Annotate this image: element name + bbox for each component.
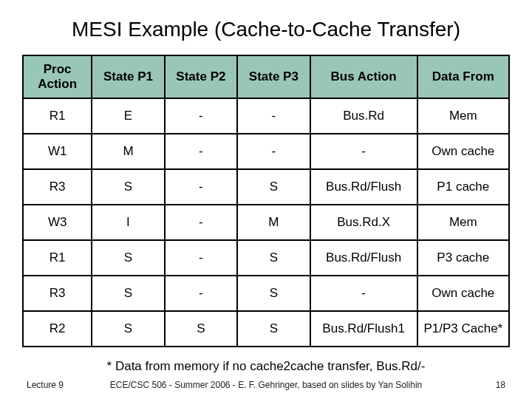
credit-line: ECE/CSC 506 - Summer 2006 - E. F. Gehrin…: [0, 380, 532, 390]
col-state-p2: State P2: [165, 55, 237, 98]
cell-p1: S: [92, 311, 164, 347]
cell-p2: -: [165, 169, 237, 205]
table-row: R1 E - - Bus.Rd Mem: [23, 98, 509, 134]
cell-p2: S: [165, 311, 237, 347]
page-number: 18: [496, 380, 505, 390]
table-row: W1 M - - - Own cache: [23, 134, 509, 169]
cell-bus: -: [310, 276, 417, 311]
cell-from: P1 cache: [417, 169, 509, 205]
cell-from: Mem: [417, 205, 509, 240]
cell-from: Own cache: [417, 134, 509, 169]
cell-p1: M: [92, 134, 164, 169]
cell-proc: R3: [23, 169, 92, 205]
mesi-table: Proc Action State P1 State P2 State P3 B…: [22, 55, 510, 347]
cell-proc: W3: [23, 205, 92, 240]
cell-p3: M: [237, 205, 310, 240]
cell-bus: -: [310, 134, 417, 169]
cell-p2: -: [165, 98, 237, 134]
cell-bus: Bus.Rd/Flush: [310, 169, 417, 205]
cell-from: Own cache: [417, 276, 509, 311]
cell-p3: S: [237, 311, 310, 347]
cell-proc: R2: [23, 311, 92, 347]
cell-p2: -: [165, 134, 237, 169]
table-row: R1 S - S Bus.Rd/Flush P3 cache: [23, 240, 509, 276]
cell-bus: Bus.Rd/Flush: [310, 240, 417, 276]
cell-proc: W1: [23, 134, 92, 169]
cell-p1: S: [92, 276, 164, 311]
col-state-p3: State P3: [237, 55, 310, 98]
cell-proc: R3: [23, 276, 92, 311]
cell-from: Mem: [417, 98, 509, 134]
footnote: * Data from memory if no cache2cache tra…: [21, 359, 511, 374]
table-header-row: Proc Action State P1 State P2 State P3 B…: [23, 55, 509, 98]
col-data-from: Data From: [417, 55, 509, 98]
cell-p1: S: [92, 169, 164, 205]
cell-p3: S: [237, 169, 310, 205]
col-state-p1: State P1: [92, 55, 164, 98]
table-row: W3 I - M Bus.Rd.X Mem: [23, 205, 509, 240]
cell-p2: -: [165, 276, 237, 311]
cell-p3: -: [237, 98, 310, 134]
cell-bus: Bus.Rd/Flush1: [310, 311, 417, 347]
cell-from: P3 cache: [417, 240, 509, 276]
slide: MESI Example (Cache-to-Cache Transfer) P…: [0, 0, 532, 399]
cell-p3: S: [237, 276, 310, 311]
cell-proc: R1: [23, 240, 92, 276]
cell-p3: S: [237, 240, 310, 276]
cell-proc: R1: [23, 98, 92, 134]
cell-p2: -: [165, 240, 237, 276]
cell-p3: -: [237, 134, 310, 169]
col-proc-action: Proc Action: [23, 55, 92, 98]
slide-title: MESI Example (Cache-to-Cache Transfer): [21, 18, 511, 41]
table-row: R3 S - S - Own cache: [23, 276, 509, 311]
cell-p1: I: [92, 205, 164, 240]
cell-p1: S: [92, 240, 164, 276]
cell-bus: Bus.Rd.X: [310, 205, 417, 240]
table-row: R3 S - S Bus.Rd/Flush P1 cache: [23, 169, 509, 205]
cell-from: P1/P3 Cache*: [417, 311, 509, 347]
cell-p1: E: [92, 98, 164, 134]
table-row: R2 S S S Bus.Rd/Flush1 P1/P3 Cache*: [23, 311, 509, 347]
cell-bus: Bus.Rd: [310, 98, 417, 134]
col-bus-action: Bus Action: [310, 55, 417, 98]
cell-p2: -: [165, 205, 237, 240]
